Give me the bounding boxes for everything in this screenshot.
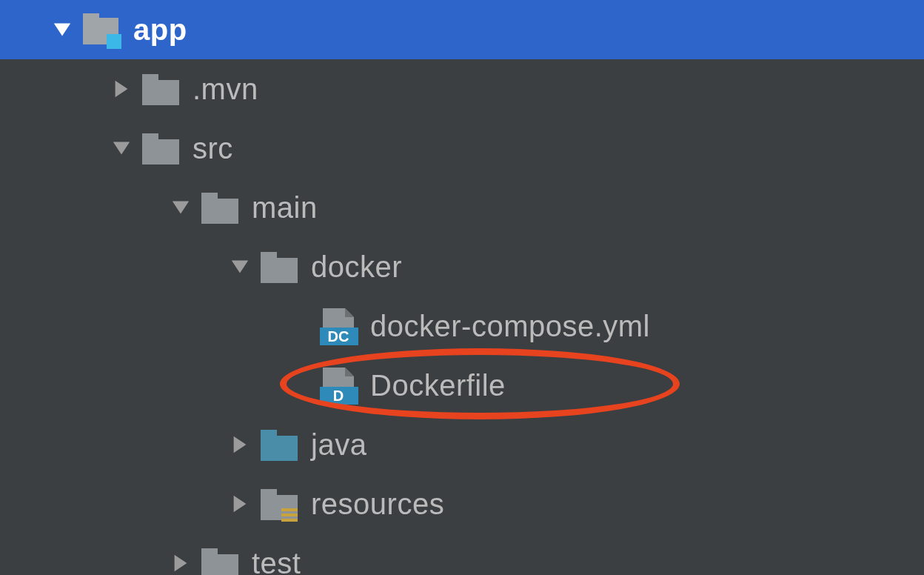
svg-marker-27 xyxy=(234,496,247,512)
tree-node-label: main xyxy=(252,191,318,225)
tree-node-label: .mvn xyxy=(192,73,258,106)
svg-rect-9 xyxy=(142,133,158,142)
folder-icon xyxy=(141,127,182,169)
svg-marker-10 xyxy=(173,202,189,214)
chevron-right-icon xyxy=(230,434,256,455)
module-folder-icon xyxy=(81,9,123,50)
svg-marker-4 xyxy=(116,81,128,97)
svg-rect-34 xyxy=(201,554,238,575)
svg-rect-3 xyxy=(107,34,121,49)
folder-icon xyxy=(200,187,241,228)
svg-rect-14 xyxy=(261,258,298,283)
tree-node-label: test xyxy=(252,547,301,576)
svg-marker-20 xyxy=(323,368,354,387)
svg-text:DC: DC xyxy=(328,328,349,345)
tree-node-resources[interactable]: resources xyxy=(0,474,924,534)
chevron-down-icon xyxy=(111,138,138,159)
tree-node-test[interactable]: test xyxy=(0,534,924,575)
svg-rect-11 xyxy=(201,199,238,224)
tree-node-main[interactable]: main xyxy=(0,178,924,237)
tree-node-docker-compose[interactable]: DC docker-compose.yml xyxy=(0,296,924,356)
chevron-down-icon xyxy=(52,19,78,40)
svg-rect-32 xyxy=(281,519,298,522)
svg-rect-2 xyxy=(83,13,99,21)
svg-marker-21 xyxy=(345,368,354,376)
docker-compose-file-icon: DC xyxy=(318,305,360,347)
svg-rect-29 xyxy=(261,489,277,498)
svg-rect-30 xyxy=(281,508,298,511)
svg-marker-16 xyxy=(323,308,354,328)
svg-rect-5 xyxy=(142,80,179,105)
tree-node-label: Dockerfile xyxy=(370,369,506,402)
tree-node-label: docker-compose.yml xyxy=(370,310,650,343)
svg-rect-6 xyxy=(142,74,158,83)
file-tree[interactable]: app .mvn src xyxy=(0,0,924,575)
svg-rect-15 xyxy=(261,252,277,261)
tree-node-label: src xyxy=(192,132,233,165)
folder-icon xyxy=(141,68,182,110)
chevron-down-icon xyxy=(230,256,256,277)
svg-marker-33 xyxy=(175,555,187,571)
tree-node-java[interactable]: java xyxy=(0,415,924,474)
tree-node-label: docker xyxy=(311,250,402,284)
svg-rect-8 xyxy=(142,139,179,164)
docker-file-icon: D xyxy=(318,365,360,406)
tree-node-dockerfile[interactable]: D Dockerfile xyxy=(0,356,924,415)
svg-marker-7 xyxy=(113,142,130,155)
svg-rect-35 xyxy=(201,548,218,557)
tree-node-docker[interactable]: docker xyxy=(0,237,924,296)
svg-rect-25 xyxy=(261,436,298,461)
svg-text:D: D xyxy=(333,388,344,404)
folder-icon xyxy=(200,542,241,575)
svg-rect-26 xyxy=(261,430,277,439)
chevron-down-icon xyxy=(170,197,197,218)
tree-node-mvn[interactable]: .mvn xyxy=(0,59,924,119)
svg-marker-17 xyxy=(345,308,354,317)
chevron-right-icon xyxy=(230,493,256,514)
chevron-right-icon xyxy=(170,553,197,574)
folder-icon xyxy=(259,246,301,288)
svg-rect-31 xyxy=(281,513,298,516)
tree-node-label: java xyxy=(311,428,366,462)
tree-node-label: app xyxy=(133,13,187,47)
resources-folder-icon xyxy=(259,483,301,525)
tree-node-src[interactable]: src xyxy=(0,119,924,178)
svg-marker-13 xyxy=(232,261,248,273)
svg-marker-0 xyxy=(54,24,70,36)
source-folder-icon xyxy=(259,424,301,465)
svg-rect-12 xyxy=(201,193,218,202)
chevron-right-icon xyxy=(111,79,138,99)
tree-node-label: resources xyxy=(311,488,444,521)
tree-node-app[interactable]: app xyxy=(0,0,924,59)
svg-marker-24 xyxy=(234,436,247,453)
